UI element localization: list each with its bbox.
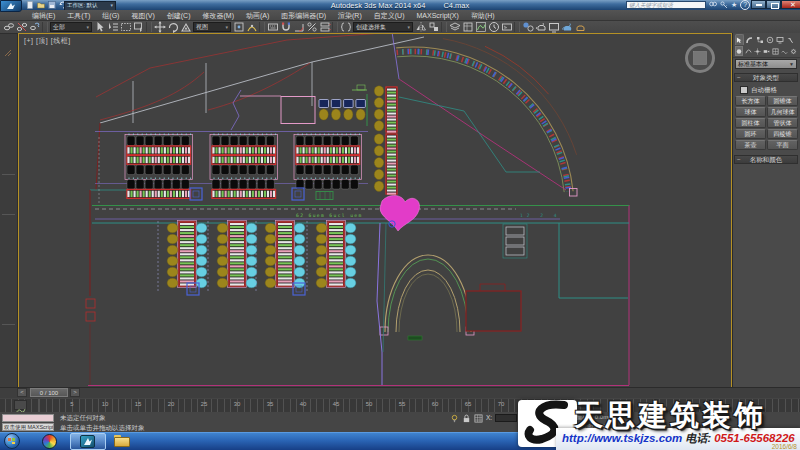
rlast-icon[interactable] (573, 21, 586, 33)
absolute-mode-icon[interactable] (474, 414, 483, 423)
systems-icon[interactable] (789, 46, 797, 56)
menu-item-11[interactable]: 帮助(H) (465, 10, 501, 20)
primitive-button-8[interactable]: 茶壶 (735, 140, 766, 150)
taskbar-folder-icon[interactable] (114, 435, 131, 448)
viewport-label[interactable]: [+] [顶] [线框] (24, 36, 71, 46)
application-menu-button[interactable] (0, 0, 22, 12)
viewport[interactable]: 62 6uem 6ucl uem12 2 4 (18, 33, 732, 388)
primitive-button-9[interactable]: 平面 (767, 140, 798, 150)
3dsmax-taskbar-icon[interactable] (80, 435, 95, 448)
selection-lock-icon[interactable] (462, 414, 471, 423)
mirror-icon[interactable] (414, 21, 427, 33)
menu-item-10[interactable]: MAXScript(X) (410, 10, 464, 20)
snap-icon[interactable] (279, 21, 292, 33)
menu-item-6[interactable]: 动画(A) (240, 10, 275, 20)
snapa-icon[interactable] (292, 21, 305, 33)
tab-create[interactable] (735, 34, 744, 45)
manip-icon[interactable] (245, 21, 258, 33)
x-coordinate-field[interactable] (495, 414, 517, 422)
primitive-category-dropdown[interactable]: 标准基本体▼ (735, 59, 797, 69)
primitive-button-2[interactable]: 球体 (735, 107, 766, 117)
taskbar-app-icon-pinwheel[interactable] (42, 434, 57, 449)
primitive-button-5[interactable]: 管状体 (767, 118, 798, 128)
maxscript-mini-listener[interactable]: 双击使用 MAXScript (2, 423, 54, 431)
favorites-star-icon[interactable]: ★ (731, 1, 737, 9)
lights-icon[interactable] (753, 46, 761, 56)
mtl-icon[interactable] (521, 21, 534, 33)
trackbar-tick-25: 25 (201, 401, 208, 407)
sets-icon[interactable] (339, 21, 352, 33)
cursor-icon[interactable] (93, 21, 106, 33)
scale-icon[interactable] (179, 21, 192, 33)
close-button[interactable]: ✕ (781, 0, 800, 9)
file-name-text: C4.max (443, 1, 469, 10)
align-icon[interactable] (427, 21, 440, 33)
menu-item-7[interactable]: 图形编辑器(D) (275, 10, 332, 20)
listener-icon[interactable] (500, 21, 513, 33)
menu-item-0[interactable]: 编辑(E) (26, 10, 61, 20)
byname-icon[interactable] (106, 21, 119, 33)
rframe-icon[interactable] (547, 21, 560, 33)
rollout-object-type[interactable]: − 对象类型 (734, 73, 798, 82)
tab-motion[interactable] (765, 34, 774, 45)
menu-item-1[interactable]: 工具(T) (61, 10, 96, 20)
link-icon[interactable] (2, 21, 15, 33)
tab-utilities[interactable] (785, 34, 794, 45)
primitive-button-0[interactable]: 长方体 (735, 96, 766, 106)
snapp-icon[interactable] (305, 21, 318, 33)
toolbar-dropdown-selection_set_value[interactable]: 创建选择集▾ (353, 22, 413, 32)
curve-icon[interactable] (474, 21, 487, 33)
menu-item-3[interactable]: 视图(V) (125, 10, 160, 20)
maxscript-macro-recorder[interactable] (2, 414, 54, 422)
help-icon[interactable]: ? (740, 0, 750, 10)
next-frame-button[interactable]: > (70, 388, 80, 397)
maximize-button[interactable] (766, 0, 781, 9)
floorplan-canvas[interactable]: 62 6uem 6ucl uem12 2 4 (19, 34, 731, 387)
isolate-toggle-icon[interactable] (450, 414, 459, 423)
move-icon[interactable] (153, 21, 166, 33)
toolbar-dropdown-filter_value[interactable]: 全部▾ (50, 22, 92, 32)
space-warps-icon[interactable] (780, 46, 788, 56)
tab-display[interactable] (775, 34, 784, 45)
help-search-input[interactable]: 键入关键字或短语 (626, 1, 706, 9)
rsetup-icon[interactable] (534, 21, 547, 33)
primitive-button-3[interactable]: 几何球体 (767, 107, 798, 117)
primitive-button-7[interactable]: 四棱锥 (767, 129, 798, 139)
kbd-icon[interactable] (266, 21, 279, 33)
rollout-name-color[interactable]: − 名称和颜色 (734, 155, 798, 164)
primitive-button-4[interactable]: 圆柱体 (735, 118, 766, 128)
teapot-icon[interactable] (560, 21, 573, 33)
geometry-icon[interactable] (735, 46, 743, 56)
autogrid-checkbox[interactable] (740, 86, 748, 94)
toolbar-dropdown-coord_value[interactable]: 视图▾ (193, 22, 231, 32)
menu-item-4[interactable]: 创建(C) (161, 10, 197, 20)
primitive-button-1[interactable]: 圆锥体 (767, 96, 798, 106)
menu-item-5[interactable]: 修改器(M) (196, 10, 240, 20)
menu-item-2[interactable]: 组(G) (96, 10, 125, 20)
sched-icon[interactable] (487, 21, 500, 33)
key-icon[interactable] (720, 1, 728, 9)
tab-modify[interactable] (745, 34, 754, 45)
tab-hierarchy[interactable] (755, 34, 764, 45)
crossing-icon[interactable] (132, 21, 145, 33)
previous-frame-button[interactable]: < (17, 388, 27, 397)
mini-curve-editor-button[interactable] (14, 400, 27, 410)
cameras-icon[interactable] (762, 46, 770, 56)
bind-icon[interactable] (28, 21, 41, 33)
minimize-button[interactable] (751, 0, 766, 9)
banner-url[interactable]: http://www.tskjzs.com (562, 432, 682, 444)
menu-item-8[interactable]: 渲染(R) (332, 10, 368, 20)
layers-icon[interactable] (448, 21, 461, 33)
time-slider-handle[interactable]: 0 / 100 (30, 388, 68, 397)
search-icon[interactable] (709, 1, 717, 9)
sheet-icon[interactable] (461, 21, 474, 33)
unlink-icon[interactable] (15, 21, 28, 33)
rotate-icon[interactable] (166, 21, 179, 33)
shapes-icon[interactable] (744, 46, 752, 56)
primitive-button-6[interactable]: 圆环 (735, 129, 766, 139)
pivot-icon[interactable] (232, 21, 245, 33)
helpers-icon[interactable] (771, 46, 779, 56)
snaps-icon[interactable] (318, 21, 331, 33)
menu-item-9[interactable]: 自定义(U) (368, 10, 411, 20)
region-icon[interactable] (119, 21, 132, 33)
